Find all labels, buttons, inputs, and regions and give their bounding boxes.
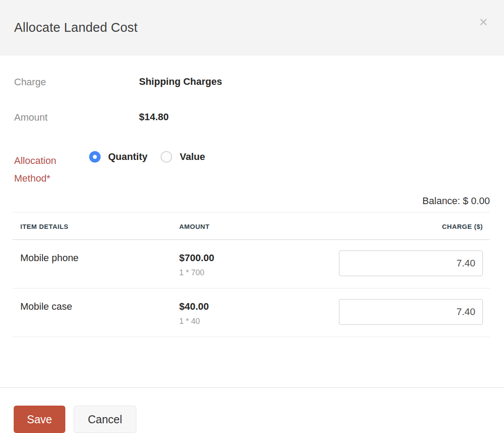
table-row: Mobile phone $700.00 1 * 700 — [12, 240, 490, 289]
radio-label-quantity[interactable]: Quantity — [108, 151, 147, 163]
dialog-header: Allocate Landed Cost ✕ — [0, 0, 504, 55]
save-button[interactable]: Save — [14, 406, 65, 433]
radio-option-value[interactable]: Value — [161, 151, 205, 163]
item-charge-cell — [332, 251, 483, 276]
charge-input[interactable] — [339, 251, 483, 276]
radio-label-value[interactable]: Value — [180, 151, 205, 163]
radio-option-quantity[interactable]: Quantity — [89, 151, 147, 163]
radio-selected-icon[interactable] — [89, 151, 101, 163]
item-amount-cell: $40.00 1 * 40 — [179, 299, 332, 326]
item-calculation: 1 * 700 — [179, 268, 332, 277]
column-header-charge: CHARGE ($) — [332, 223, 483, 230]
item-amount: $700.00 — [179, 251, 332, 264]
allocation-table: ITEM DETAILS AMOUNT CHARGE ($) Mobile ph… — [12, 212, 490, 337]
allocation-method-row: Allocation Method* Quantity Value — [0, 152, 504, 187]
item-charge-cell — [332, 299, 483, 325]
allocate-landed-cost-dialog: Allocate Landed Cost ✕ Charge Shipping C… — [0, 0, 504, 433]
dialog-footer: Save Cancel — [0, 388, 504, 433]
radio-unselected-icon[interactable] — [161, 151, 172, 163]
spacer — [0, 337, 504, 372]
balance-text: Balance: $ 0.00 — [0, 195, 504, 212]
item-name: Mobile case — [20, 299, 179, 312]
charge-input[interactable] — [339, 299, 483, 325]
allocation-method-options: Quantity Value — [89, 151, 205, 163]
item-calculation: 1 * 40 — [179, 317, 332, 326]
amount-value: $14.80 — [139, 111, 169, 123]
item-name: Mobile phone — [20, 251, 179, 264]
charge-field-row: Charge Shipping Charges — [0, 76, 504, 89]
allocation-method-label: Allocation Method* — [14, 152, 89, 187]
close-icon[interactable]: ✕ — [479, 17, 488, 28]
cancel-button[interactable]: Cancel — [74, 406, 136, 433]
column-header-amount: AMOUNT — [179, 223, 332, 230]
table-row: Mobile case $40.00 1 * 40 — [12, 289, 490, 337]
column-header-item-details: ITEM DETAILS — [20, 223, 179, 230]
charge-value: Shipping Charges — [139, 76, 222, 87]
amount-label: Amount — [14, 111, 139, 124]
dialog-title: Allocate Landed Cost — [14, 20, 138, 35]
amount-field-row: Amount $14.80 — [0, 111, 504, 124]
dialog-body: Charge Shipping Charges Amount $14.80 Al… — [0, 55, 504, 387]
table-header-row: ITEM DETAILS AMOUNT CHARGE ($) — [12, 213, 490, 240]
item-amount: $40.00 — [179, 299, 332, 312]
charge-label: Charge — [14, 76, 139, 89]
item-amount-cell: $700.00 1 * 700 — [179, 251, 332, 277]
